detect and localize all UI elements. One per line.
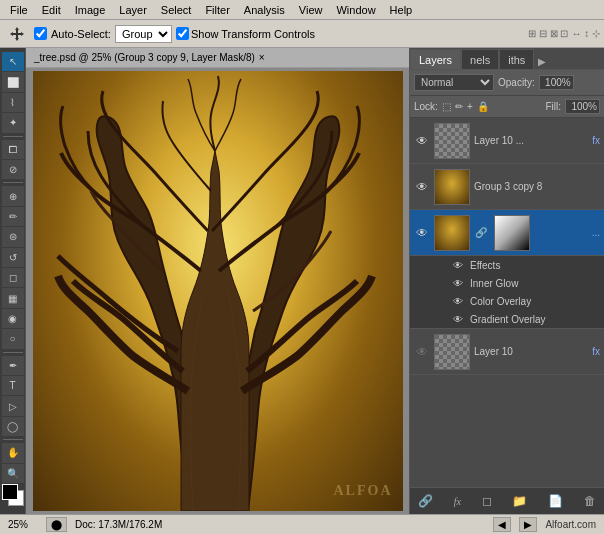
nav-right-btn[interactable]: ▶: [519, 517, 537, 532]
status-bar: 25% ⬤ Doc: 17.3M/176.2M ◀ ▶ Alfoart.com: [0, 514, 604, 534]
menu-image[interactable]: Image: [69, 2, 112, 18]
layer-item-active[interactable]: 👁 🔗 ...: [410, 210, 604, 256]
tool-path-selection[interactable]: ▷: [2, 396, 24, 415]
tool-zoom[interactable]: 🔍: [2, 464, 24, 483]
tool-slice[interactable]: ⊘: [2, 160, 24, 179]
layer-mask-thumbnail: [494, 215, 530, 251]
tool-clone[interactable]: ⊜: [2, 227, 24, 246]
layer-visibility-icon[interactable]: 👁: [414, 134, 430, 148]
tool-healing[interactable]: ⊕: [2, 186, 24, 205]
tab-paths[interactable]: iths: [499, 49, 534, 69]
effect-name-label: Inner Glow: [470, 278, 518, 289]
effect-inner-glow[interactable]: 👁 Inner Glow: [450, 274, 604, 292]
new-layer-btn[interactable]: 📄: [546, 492, 565, 510]
layer-item[interactable]: 👁 Layer 10 fx: [410, 329, 604, 375]
lock-position-icon[interactable]: +: [467, 101, 473, 112]
tool-crop[interactable]: ⧠: [2, 140, 24, 159]
layer-name: Group 3 copy 8: [474, 181, 600, 192]
tool-history-brush[interactable]: ↺: [2, 248, 24, 267]
transform-controls-checkbox[interactable]: [176, 27, 189, 40]
effect-name-label: Gradient Overlay: [470, 314, 546, 325]
tool-text[interactable]: T: [2, 376, 24, 395]
lock-image-icon[interactable]: ✏: [455, 101, 463, 112]
menu-bar: File Edit Image Layer Select Filter Anal…: [0, 0, 604, 20]
auto-select-dropdown[interactable]: Group Layer: [115, 25, 172, 43]
auto-select-checkbox[interactable]: [34, 27, 47, 40]
doc-size: Doc: 17.3M/176.2M: [75, 519, 276, 530]
effect-visibility-icon[interactable]: 👁: [450, 314, 466, 325]
panel-icons-row: 🔗 fx ◻ 📁 📄 🗑: [410, 487, 604, 514]
tool-gradient[interactable]: ▦: [2, 288, 24, 307]
watermark: ALFOA: [334, 483, 393, 499]
tool-move[interactable]: ↖: [2, 52, 24, 71]
panel-menu-btn[interactable]: ▶: [534, 54, 550, 69]
tool-separator-1: [3, 136, 23, 137]
layer-fx-icon: ...: [592, 227, 600, 238]
layer-item[interactable]: 👁 Layer 10 ... fx: [410, 118, 604, 164]
add-style-btn[interactable]: fx: [452, 494, 463, 509]
menu-filter[interactable]: Filter: [199, 2, 235, 18]
menu-window[interactable]: Window: [330, 2, 381, 18]
tool-pen[interactable]: ✒: [2, 356, 24, 375]
mask-link-icon: 🔗: [475, 227, 487, 238]
layer-fx-icon: fx: [592, 135, 600, 146]
auto-select-group: Auto-Select: Group Layer: [34, 25, 172, 43]
menu-help[interactable]: Help: [384, 2, 419, 18]
canvas-close-btn[interactable]: ×: [259, 52, 265, 63]
layers-blend-row: Normal Multiply Screen Opacity:: [410, 70, 604, 96]
layer-name: Layer 10: [474, 346, 588, 357]
lock-all-icon[interactable]: 🔒: [477, 101, 489, 112]
layer-visibility-icon[interactable]: 👁: [414, 226, 430, 240]
layer-effects-section: 👁 Effects 👁 Inner Glow 👁 Color Overlay 👁…: [410, 256, 604, 329]
effect-color-overlay[interactable]: 👁 Color Overlay: [450, 292, 604, 310]
tool-blur[interactable]: ◉: [2, 309, 24, 328]
menu-layer[interactable]: Layer: [113, 2, 153, 18]
zoom-btn[interactable]: ⬤: [46, 517, 67, 532]
delete-layer-btn[interactable]: 🗑: [582, 492, 598, 510]
fg-bg-swatches[interactable]: [2, 484, 24, 506]
new-group-btn[interactable]: 📁: [510, 492, 529, 510]
menu-file[interactable]: File: [4, 2, 34, 18]
layer-name: Layer 10 ...: [474, 135, 588, 146]
blend-mode-select[interactable]: Normal Multiply Screen: [414, 74, 494, 91]
effects-visibility-icon[interactable]: 👁: [450, 260, 466, 271]
canvas-image-area[interactable]: ALFOA: [26, 68, 409, 514]
nav-left-btn[interactable]: ◀: [493, 517, 511, 532]
add-mask-btn[interactable]: ◻: [480, 492, 494, 510]
layer-thumbnail: [434, 169, 470, 205]
opacity-input[interactable]: [539, 75, 574, 90]
tool-dodge[interactable]: ○: [2, 329, 24, 348]
lock-label: Lock:: [414, 101, 438, 112]
main-area: ↖ ⬜ ⌇ ✦ ⧠ ⊘ ⊕ ✏ ⊜ ↺ ◻ ▦ ◉ ○ ✒ T ▷ ◯ ✋ 🔍: [0, 48, 604, 514]
move-tool-btn[interactable]: [4, 23, 30, 45]
tool-shape[interactable]: ◯: [2, 417, 24, 436]
tool-separator-3: [3, 352, 23, 353]
link-layers-btn[interactable]: 🔗: [416, 492, 435, 510]
canvas-tab: _tree.psd @ 25% (Group 3 copy 9, Layer M…: [26, 48, 409, 68]
tool-lasso[interactable]: ⌇: [2, 93, 24, 112]
transform-controls-label: Show Transform Controls: [191, 28, 315, 40]
tool-magic-wand[interactable]: ✦: [2, 113, 24, 132]
zoom-level: 25%: [8, 519, 38, 530]
menu-analysis[interactable]: Analysis: [238, 2, 291, 18]
lock-transparent-icon[interactable]: ⬚: [442, 101, 451, 112]
menu-view[interactable]: View: [293, 2, 329, 18]
tool-marquee[interactable]: ⬜: [2, 72, 24, 91]
fill-input[interactable]: [565, 99, 600, 114]
fg-swatch[interactable]: [2, 484, 18, 500]
panel-tabs: Layers nels iths ▶: [410, 48, 604, 70]
tab-layers[interactable]: Layers: [410, 49, 461, 69]
effects-header: 👁 Effects: [450, 256, 604, 274]
effects-label: Effects: [470, 260, 500, 271]
effect-visibility-icon[interactable]: 👁: [450, 296, 466, 307]
menu-select[interactable]: Select: [155, 2, 198, 18]
effect-visibility-icon[interactable]: 👁: [450, 278, 466, 289]
tool-eraser[interactable]: ◻: [2, 268, 24, 287]
tool-hand[interactable]: ✋: [2, 443, 24, 462]
menu-edit[interactable]: Edit: [36, 2, 67, 18]
layer-item[interactable]: 👁 Group 3 copy 8: [410, 164, 604, 210]
effect-gradient-overlay[interactable]: 👁 Gradient Overlay: [450, 310, 604, 328]
tool-brush[interactable]: ✏: [2, 207, 24, 226]
layer-visibility-icon[interactable]: 👁: [414, 180, 430, 194]
tab-channels[interactable]: nels: [461, 49, 499, 69]
